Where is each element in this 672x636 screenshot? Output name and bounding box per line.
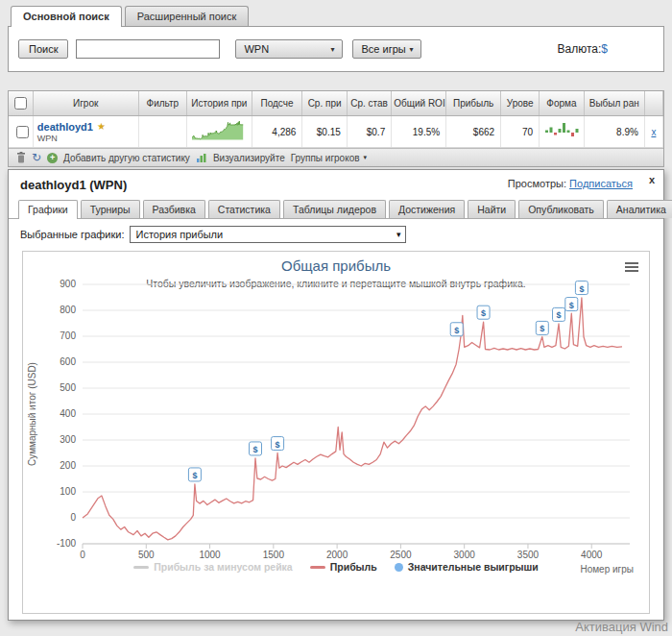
chart: Общая прибыль Чтобы увеличить изображени… — [22, 251, 650, 614]
close-icon[interactable]: x — [649, 174, 655, 185]
svg-text:$: $ — [253, 445, 258, 454]
x-axis-title: Номер игры — [580, 564, 634, 575]
chevron-down-icon: ▾ — [364, 154, 368, 161]
chevron-down-icon: ▾ — [409, 45, 413, 54]
chevron-down-icon: ▾ — [330, 45, 334, 54]
player-groups-link[interactable]: Группы игроков — [291, 153, 360, 163]
currency-label: Валюта: — [558, 42, 602, 56]
refresh-icon[interactable]: ↻ — [32, 153, 41, 162]
legend-item-1[interactable]: Прибыль — [310, 561, 377, 573]
y-tick-label: 500 — [60, 382, 76, 393]
column-header-0[interactable]: Игрок — [33, 91, 138, 116]
svg-text:$: $ — [540, 324, 544, 333]
player-tab-4[interactable]: Таблицы лидеров — [283, 200, 386, 218]
x-tick-label: 1000 — [199, 550, 221, 560]
significant-win-flag[interactable]: $ — [575, 281, 588, 295]
player-tab-0[interactable]: Графики — [18, 200, 78, 219]
graph-select-row: Выбранные графики: История прибыли ▾ — [9, 219, 663, 247]
search-button[interactable]: Поиск — [18, 39, 68, 59]
count-cell: 4,286 — [252, 116, 302, 148]
search-tab-0[interactable]: Основной поиск — [11, 6, 122, 27]
network-select-value: WPN — [244, 43, 269, 55]
currency: Валюта:$ — [558, 42, 608, 56]
significant-win-flag[interactable]: $ — [450, 323, 463, 336]
column-header-6[interactable]: Общий ROI — [392, 91, 446, 116]
medal-icon: ★ — [97, 121, 106, 132]
column-header-10[interactable]: Выбыл ран — [584, 91, 644, 116]
player-tab-2[interactable]: Разбивка — [143, 200, 205, 218]
legend-item-0[interactable]: Прибыль за минусом рейка — [133, 561, 293, 573]
currency-value-link[interactable]: $ — [601, 42, 608, 56]
svg-text:$: $ — [579, 284, 584, 294]
history-sparkline — [191, 118, 247, 143]
views: Просмотры: Подписаться — [508, 178, 633, 189]
player-link[interactable]: deathloyd1 — [37, 121, 93, 133]
y-tick-label: 600 — [60, 356, 76, 367]
visualize-link[interactable]: Визуализируйте — [213, 153, 285, 163]
legend-line-sample — [310, 566, 325, 569]
column-header-9[interactable]: Форма — [540, 91, 584, 116]
trash-icon[interactable] — [16, 152, 26, 163]
results-section: ИгрокФильтрИстория приПодсчеСр. приСр. с… — [8, 90, 664, 167]
search-tab-1[interactable]: Расширенный поиск — [125, 6, 250, 26]
search-section: Основной поискРасширенный поиск Поиск WP… — [8, 6, 664, 72]
panel-header: deathloyd1 (WPN) Просмотры: Подписаться — [9, 170, 663, 194]
row-checkbox[interactable] — [16, 126, 29, 138]
avg-stake-cell: $0.7 — [347, 116, 391, 148]
player-tab-7[interactable]: Опубликовать — [518, 200, 604, 218]
x-tick-label: 3000 — [454, 550, 476, 560]
player-tab-8[interactable]: Аналитика — [607, 200, 672, 218]
column-header-2[interactable]: История при — [187, 91, 252, 116]
remove-row-link[interactable]: x — [651, 127, 656, 137]
subscribe-link[interactable]: Подписаться — [569, 178, 633, 189]
significant-win-flag[interactable]: $ — [536, 321, 548, 334]
column-header-8[interactable]: Урове — [501, 91, 540, 116]
graph-type-select[interactable]: История прибыли ▾ — [130, 226, 406, 243]
results-table: ИгрокФильтрИстория приПодсчеСр. приСр. с… — [9, 91, 663, 148]
player-tab-5[interactable]: Достижения — [389, 200, 465, 218]
player-cell: deathloyd1 ★ WPN — [33, 116, 138, 148]
views-label: Просмотры: — [508, 178, 566, 189]
player-network: WPN — [37, 134, 134, 143]
column-header-remove — [644, 91, 662, 116]
y-tick-label: 400 — [60, 408, 76, 419]
significant-win-flag[interactable]: $ — [477, 306, 490, 319]
column-header-7[interactable]: Прибыль — [446, 91, 501, 116]
table-row: deathloyd1 ★ WPN 4,286 $0.15 $0.7 19.5% … — [9, 116, 663, 148]
svg-text:$: $ — [569, 301, 574, 310]
games-select[interactable]: Все игры ▾ — [352, 39, 421, 59]
column-header-3[interactable]: Подсче — [252, 91, 302, 116]
legend-label: Прибыль за минусом рейка — [154, 561, 293, 573]
svg-text:$: $ — [454, 326, 459, 335]
games-select-value: Все игры — [361, 43, 405, 55]
filter-cell — [138, 116, 187, 148]
select-all-checkbox[interactable] — [14, 97, 27, 110]
search-input[interactable] — [76, 39, 220, 59]
legend-item-2[interactable]: Значительные выигрыши — [395, 561, 539, 573]
column-header-5[interactable]: Ср. став — [347, 91, 391, 116]
panel-title: deathloyd1 (WPN) — [20, 178, 127, 192]
player-panel: deathloyd1 (WPN) Просмотры: Подписаться … — [8, 169, 664, 621]
x-tick-label: 2500 — [390, 550, 412, 560]
significant-win-flag[interactable]: $ — [553, 307, 565, 321]
player-tab-3[interactable]: Статистика — [208, 200, 280, 218]
network-select[interactable]: WPN ▾ — [235, 39, 343, 59]
significant-win-flag[interactable]: $ — [272, 437, 284, 451]
y-tick-label: 0 — [70, 512, 76, 523]
player-tab-1[interactable]: Турниры — [81, 200, 140, 218]
player-tab-6[interactable]: Найти — [468, 200, 516, 218]
legend-label: Значительные выигрыши — [408, 561, 539, 573]
significant-win-flag[interactable]: $ — [565, 298, 578, 311]
add-stat-link[interactable]: Добавить другую статистику — [63, 153, 190, 163]
results-toolbar: ↻ + Добавить другую статистику Визуализи… — [9, 148, 663, 166]
column-header-4[interactable]: Ср. при — [302, 91, 347, 116]
player-tabs: ГрафикиТурнирыРазбивкаСтатистикаТаблицы … — [9, 194, 663, 219]
avg-profit-cell: $0.15 — [302, 116, 347, 148]
y-tick-label: 300 — [60, 434, 76, 445]
svg-text:$: $ — [276, 440, 280, 450]
significant-win-flag[interactable]: $ — [250, 442, 262, 455]
significant-win-flag[interactable]: $ — [188, 468, 201, 481]
column-header-1[interactable]: Фильтр — [138, 91, 187, 116]
chevron-down-icon: ▾ — [396, 230, 401, 239]
roi-cell: 19.5% — [392, 116, 446, 148]
